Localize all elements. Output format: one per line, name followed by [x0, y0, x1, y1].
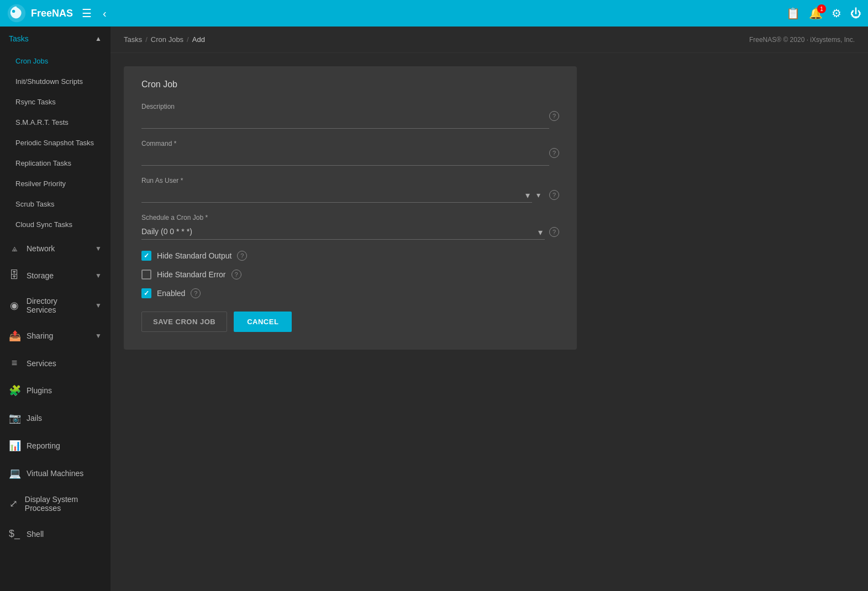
sidebar-item-storage[interactable]: 🗄 Storage ▼ — [0, 262, 111, 289]
enabled-row: Enabled ? — [141, 288, 559, 298]
directory-arrow-icon: ▼ — [95, 302, 102, 309]
hide-stdout-checkbox[interactable] — [141, 251, 151, 261]
app-logo: FreeNAS — [7, 3, 73, 23]
run-as-user-field: Run As User * ▾ ? — [141, 177, 559, 203]
tasks-chevron-icon: ▲ — [95, 35, 102, 43]
save-cron-job-button[interactable]: SAVE CRON JOB — [141, 312, 227, 332]
sharing-icon: 📤 — [9, 330, 20, 342]
sidebar-item-virtual-machines[interactable]: 💻 Virtual Machines — [0, 460, 111, 487]
settings-icon[interactable]: ⚙ — [832, 7, 841, 20]
hide-stdout-label: Hide Standard Output — [157, 251, 232, 260]
sidebar-section-tasks[interactable]: Tasks ▲ — [0, 27, 111, 51]
sidebar-item-sharing[interactable]: 📤 Sharing ▼ — [0, 322, 111, 350]
services-icon: ≡ — [9, 357, 20, 369]
hide-stderr-row: Hide Standard Error ? — [141, 270, 559, 279]
sidebar-item-services-label: Services — [27, 359, 56, 368]
form-container: Cron Job Description ? Com — [111, 53, 868, 591]
breadcrumb: Tasks / Cron Jobs / Add — [124, 35, 205, 44]
sidebar-item-jails[interactable]: 📷 Jails — [0, 404, 111, 432]
sidebar-item-shell[interactable]: $_ Shell — [0, 520, 111, 547]
enabled-help-icon[interactable]: ? — [191, 288, 201, 298]
sidebar-item-storage-label: Storage — [27, 271, 54, 280]
hide-stdout-help-icon[interactable]: ? — [237, 251, 247, 261]
sidebar-item-reporting[interactable]: 📊 Reporting — [0, 432, 111, 460]
sidebar-item-plugins[interactable]: 🧩 Plugins — [0, 377, 111, 404]
command-input[interactable] — [141, 150, 549, 166]
schedule-field: Schedule a Cron Job * Daily (0 0 * * *) … — [141, 214, 559, 240]
run-as-user-input[interactable] — [141, 187, 532, 203]
description-input[interactable] — [141, 113, 549, 129]
sidebar-item-smart-tests[interactable]: S.M.A.R.T. Tests — [0, 112, 111, 133]
schedule-select[interactable]: Daily (0 0 * * *) — [141, 224, 545, 240]
sidebar-item-plugins-label: Plugins — [27, 386, 52, 395]
breadcrumb-tasks[interactable]: Tasks — [124, 35, 142, 44]
enabled-checkbox[interactable] — [141, 288, 151, 298]
sidebar-item-scrub-tasks[interactable]: Scrub Tasks — [0, 194, 111, 214]
sidebar-item-replication-tasks[interactable]: Replication Tasks — [0, 153, 111, 173]
sidebar-item-jails-label: Jails — [27, 414, 42, 423]
sidebar-item-directory-services[interactable]: ◉ Directory Services ▼ — [0, 289, 111, 322]
clipboard-icon[interactable]: 📋 — [786, 7, 800, 20]
description-help-icon[interactable]: ? — [549, 111, 559, 121]
breadcrumb-bar: Tasks / Cron Jobs / Add FreeNAS® © 2020 … — [111, 27, 868, 53]
sidebar-section-tasks-label: Tasks — [9, 34, 29, 43]
breadcrumb-cron-jobs[interactable]: Cron Jobs — [151, 35, 183, 44]
command-field: Command * ? — [141, 140, 559, 166]
enabled-label: Enabled — [157, 289, 185, 298]
notification-badge: 1 — [817, 4, 826, 13]
storage-arrow-icon: ▼ — [95, 272, 102, 279]
back-icon[interactable]: ‹ — [101, 5, 109, 22]
sidebar-item-resilver-priority[interactable]: Resilver Priority — [0, 173, 111, 194]
plugins-icon: 🧩 — [9, 384, 20, 397]
schedule-help-icon[interactable]: ? — [549, 227, 559, 237]
menu-icon[interactable]: ☰ — [80, 4, 94, 22]
sharing-arrow-icon: ▼ — [95, 332, 102, 340]
shell-icon: $_ — [9, 528, 20, 540]
cancel-button[interactable]: CANCEL — [234, 312, 292, 332]
sidebar-item-cloud-sync[interactable]: Cloud Sync Tasks — [0, 214, 111, 235]
sidebar: Tasks ▲ Cron Jobs Init/Shutdown Scripts … — [0, 27, 111, 591]
run-as-user-help-icon[interactable]: ? — [549, 190, 559, 200]
vm-icon: 💻 — [9, 467, 20, 479]
storage-icon: 🗄 — [9, 270, 20, 281]
breadcrumb-sep-1: / — [145, 35, 148, 44]
cron-job-form-card: Cron Job Description ? Com — [124, 66, 577, 350]
svg-point-1 — [12, 10, 15, 13]
sidebar-item-periodic-snapshot[interactable]: Periodic Snapshot Tasks — [0, 133, 111, 153]
hide-stderr-help-icon[interactable]: ? — [232, 270, 241, 279]
sidebar-item-init-shutdown[interactable]: Init/Shutdown Scripts — [0, 71, 111, 92]
content-area: Tasks / Cron Jobs / Add FreeNAS® © 2020 … — [111, 27, 868, 591]
sidebar-item-network[interactable]: ⟁ Network ▼ — [0, 235, 111, 262]
hide-stdout-row: Hide Standard Output ? — [141, 251, 559, 261]
bell-icon[interactable]: 🔔 1 — [809, 7, 823, 20]
directory-icon: ◉ — [9, 299, 20, 312]
sidebar-item-cron-jobs[interactable]: Cron Jobs — [0, 51, 111, 71]
sidebar-item-network-label: Network — [27, 244, 55, 253]
sidebar-item-virtual-machines-label: Virtual Machines — [27, 469, 83, 478]
sidebar-item-directory-services-label: Directory Services — [27, 297, 88, 314]
sidebar-item-rsync-tasks[interactable]: Rsync Tasks — [0, 92, 111, 112]
network-icon: ⟁ — [9, 242, 20, 254]
run-as-user-label: Run As User * — [141, 177, 559, 184]
schedule-label: Schedule a Cron Job * — [141, 214, 559, 221]
run-as-user-dropdown-icon: ▾ — [536, 191, 540, 199]
sidebar-item-display-system-processes-label: Display System Processes — [25, 495, 102, 513]
network-arrow-icon: ▼ — [95, 245, 102, 252]
form-buttons: SAVE CRON JOB CANCEL — [141, 312, 559, 332]
command-help-icon[interactable]: ? — [549, 148, 559, 158]
description-field: Description ? — [141, 103, 559, 129]
jails-icon: 📷 — [9, 412, 20, 424]
sidebar-item-display-system-processes[interactable]: ⤢ Display System Processes — [0, 487, 111, 520]
breadcrumb-sep-2: / — [187, 35, 189, 44]
processes-icon: ⤢ — [9, 498, 18, 510]
topbar: FreeNAS ☰ ‹ 📋 🔔 1 ⚙ ⏻ — [0, 0, 868, 27]
copyright-text: FreeNAS® © 2020 · iXsystems, Inc. — [749, 36, 855, 44]
reporting-icon: 📊 — [9, 440, 20, 452]
power-icon[interactable]: ⏻ — [850, 7, 861, 20]
hide-stderr-checkbox[interactable] — [141, 270, 151, 279]
command-label: Command * — [141, 140, 549, 147]
description-label: Description — [141, 103, 549, 110]
sidebar-item-services[interactable]: ≡ Services — [0, 350, 111, 377]
form-title: Cron Job — [141, 80, 559, 89]
app-name: FreeNAS — [31, 8, 73, 19]
